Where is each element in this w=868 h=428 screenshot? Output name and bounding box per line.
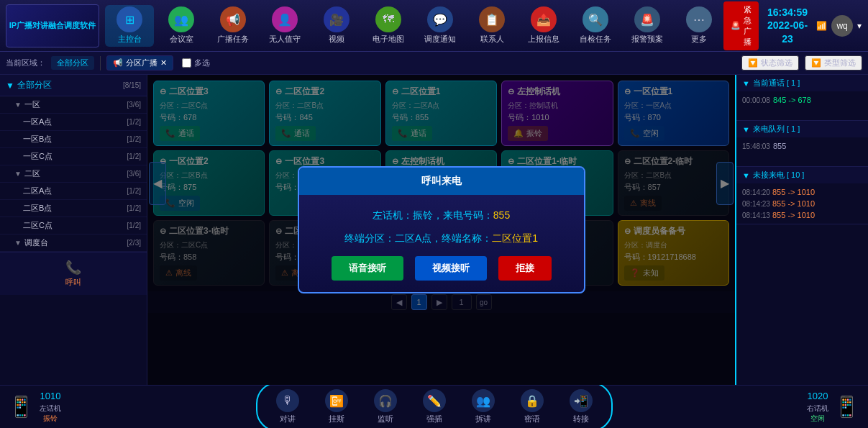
- nav-item-电子地图[interactable]: 🗺电子地图: [364, 5, 413, 47]
- nav-item-调度通知[interactable]: 💬调度通知: [416, 5, 465, 47]
- modal-overlay: 呼叫来电 左话机：振铃，来电号码：855 终端分区：二区A点，终端名称：二区位置…: [147, 75, 735, 385]
- nav-item-主控台[interactable]: ⊞主控台: [105, 5, 154, 47]
- current-call-body: 00:00:08 845 -> 678: [736, 91, 868, 120]
- sidebar-group-header-调度台[interactable]: ▼调度台[2/3]: [0, 235, 147, 252]
- current-call-header[interactable]: ▼ 当前通话 [ 1 ]: [736, 75, 868, 91]
- left-sidebar: ▼ 全部分区 [8/15] ▼一区[3/6]一区A点[1/2]一区B点[1/2]…: [0, 75, 147, 385]
- sidebar-item-一区A点[interactable]: 一区A点[1/2]: [0, 114, 147, 131]
- action-force-insert[interactable]: ✏️ 强插: [413, 386, 456, 427]
- missed-call-1: 08:14:20 855 -> 1010: [742, 186, 862, 198]
- nav-icon-广播任务: 📢: [220, 6, 246, 32]
- sidebar-item-一区C点[interactable]: 一区C点[1/2]: [0, 148, 147, 165]
- missed-calls-section: ▼ 未接来电 [ 10 ] 08:14:20 855 -> 1010 08:14…: [736, 167, 868, 224]
- current-call-section: ▼ 当前通话 [ 1 ] 00:00:08 845 -> 678: [736, 75, 868, 121]
- transfer-icon: 📲: [570, 389, 593, 412]
- modal-body: 左话机：振铃，来电号码：855 终端分区：二区A点，终端名称：二区位置1 语音接…: [299, 195, 584, 291]
- nav-icon-无人值守: 👤: [272, 6, 298, 32]
- second-bar: 当前区域： 全部分区 📢 分区广播 ✕ 多选 🔽 状态筛选 🔽 类型筛选: [0, 52, 868, 75]
- nav-item-报警预案[interactable]: 🚨报警预案: [623, 5, 672, 47]
- left-phone-status: 📞 呼叫: [65, 260, 81, 288]
- broadcast-btn[interactable]: 📢 分区广播 ✕: [106, 55, 173, 70]
- multi-select-checkbox[interactable]: [182, 58, 191, 68]
- second-bar-right: 🔽 状态筛选 🔽 类型筛选: [741, 55, 862, 70]
- modal-line2: 终端分区：二区A点，终端名称：二区位置1: [311, 229, 572, 247]
- incoming-queue-section: ▼ 来电队列 [ 1 ] 15:48:03 855: [736, 121, 868, 167]
- signal-icon: 📶: [816, 21, 827, 31]
- sidebar-item-二区C点[interactable]: 二区C点[1/2]: [0, 217, 147, 235]
- sidebar-item-二区A点[interactable]: 二区A点[1/2]: [0, 183, 147, 200]
- right-panel: ▼ 当前通话 [ 1 ] 00:00:08 845 -> 678 ▼ 来电队列 …: [735, 75, 868, 385]
- video-answer-btn[interactable]: 视频接听: [415, 256, 487, 281]
- bottom-bar: 📱 1010 左话机 振铃 🎙 对讲 📴 挂斯 🎧 监听 ✏️ 强插 👥 拆讲: [0, 385, 868, 428]
- nav-icon-主控台: ⊞: [117, 6, 142, 32]
- nav-item-自检任务[interactable]: 🔍自检任务: [571, 5, 620, 47]
- action-monitor[interactable]: 🎧 监听: [364, 386, 407, 427]
- missed-calls-header[interactable]: ▼ 未接来电 [ 10 ]: [736, 167, 868, 183]
- action-hangup[interactable]: 📴 挂斯: [315, 386, 358, 427]
- status-filter-btn[interactable]: 🔽 状态筛选: [741, 55, 799, 70]
- modal-line1: 左话机：振铃，来电号码：855: [311, 206, 572, 224]
- app-logo: IP广播对讲融合调度软件: [6, 4, 99, 47]
- missed-calls-body: 08:14:20 855 -> 1010 08:14:23 855 -> 101…: [736, 183, 868, 224]
- area-value[interactable]: 全部分区: [51, 56, 94, 70]
- missed-call-3: 08:14:13 855 -> 1010: [742, 209, 862, 221]
- top-bar: IP广播对讲融合调度软件 ⊞主控台👥会议室📢广播任务👤无人值守🎥视频🗺电子地图💬…: [0, 0, 868, 52]
- avatar: wq: [831, 15, 853, 37]
- action-intercom[interactable]: 🎙 对讲: [266, 386, 309, 427]
- sidebar-group-调度台: ▼调度台[2/3]: [0, 235, 147, 252]
- sidebar-groups: ▼一区[3/6]一区A点[1/2]一区B点[1/2]一区C点[1/2]▼二区[3…: [0, 96, 147, 252]
- hangup-icon: 📴: [325, 389, 348, 412]
- nav-icon-调度通知: 💬: [427, 6, 453, 32]
- chevron-icon: ▾: [857, 21, 862, 31]
- nav-item-上报信息[interactable]: 📤上报信息: [519, 5, 568, 47]
- signal-area: 📶 wq ▾: [816, 15, 862, 37]
- nav-icon-电子地图: 🗺: [375, 6, 401, 32]
- sidebar-group-二区: ▼二区[3/6]二区A点[1/2]二区B点[1/2]二区C点[1/2]: [0, 165, 147, 235]
- type-filter-btn[interactable]: 🔽 类型筛选: [805, 55, 862, 70]
- nav-icon-报警预案: 🚨: [634, 6, 660, 32]
- sidebar-item-一区B点[interactable]: 一区B点[1/2]: [0, 131, 147, 148]
- monitor-icon: 🎧: [374, 389, 397, 412]
- incoming-queue-body: 15:48:03 855: [736, 137, 868, 166]
- nav-item-视频[interactable]: 🎥视频: [312, 5, 361, 47]
- sidebar-group-header-二区[interactable]: ▼二区[3/6]: [0, 165, 147, 183]
- expand-icon: ▼: [6, 81, 14, 91]
- nav-item-广播任务[interactable]: 📢广播任务: [209, 5, 257, 47]
- nav-icon-上报信息: 📤: [531, 6, 557, 32]
- nav-item-联系人[interactable]: 📋联系人: [467, 5, 516, 47]
- intercom-icon: 🎙: [276, 389, 299, 412]
- area-label: 当前区域：: [6, 58, 45, 68]
- nav-icon-更多: ⋯: [686, 6, 712, 32]
- action-transfer[interactable]: 📲 转接: [559, 386, 603, 427]
- modal-actions: 语音接听 视频接听 拒接: [311, 256, 572, 281]
- incoming-call-modal: 呼叫来电 左话机：振铃，来电号码：855 终端分区：二区A点，终端名称：二区位置…: [298, 166, 585, 293]
- missed-call-2: 08:14:23 855 -> 1010: [742, 198, 862, 209]
- nav-icon-联系人: 📋: [479, 6, 505, 32]
- incoming-queue-header[interactable]: ▼ 来电队列 [ 1 ]: [736, 121, 868, 137]
- reject-btn[interactable]: 拒接: [498, 256, 552, 281]
- nav-item-更多[interactable]: ⋯更多: [675, 5, 723, 47]
- divider: [100, 56, 101, 70]
- action-secret[interactable]: 🔒 密语: [511, 386, 554, 427]
- split-icon: 👥: [472, 389, 495, 412]
- voice-answer-btn[interactable]: 语音接听: [332, 256, 403, 281]
- nav-icon-自检任务: 🔍: [583, 6, 608, 32]
- bottom-phone-right: 1020 右话机 空闲 📱: [759, 390, 859, 423]
- sidebar-item-二区B点[interactable]: 二区B点[1/2]: [0, 200, 147, 217]
- left-phone-info: 1010 左话机 振铃: [40, 390, 61, 423]
- force-insert-icon: ✏️: [423, 389, 446, 412]
- emergency-btn[interactable]: 🚨 紧急广播: [723, 1, 759, 50]
- top-right: 🚨 紧急广播 16:34:59 2022-06-23 📶 wq ▾: [723, 1, 867, 50]
- bottom-actions: 🎙 对讲 📴 挂斯 🎧 监听 ✏️ 强插 👥 拆讲 🔒 密语 📲 转接: [256, 382, 613, 428]
- nav-item-会议室[interactable]: 👥会议室: [157, 5, 206, 47]
- nav-item-无人值守[interactable]: 👤无人值守: [260, 5, 309, 47]
- multi-select[interactable]: 多选: [182, 58, 210, 68]
- action-split[interactable]: 👥 拆讲: [462, 386, 505, 427]
- incoming-queue-entry: 15:48:03 855: [742, 140, 862, 152]
- sidebar-header[interactable]: ▼ 全部分区 [8/15]: [0, 75, 147, 96]
- current-call-entry: 00:00:08 845 -> 678: [742, 94, 862, 106]
- clock: 16:34:59 2022-06-23: [767, 6, 808, 45]
- center-grid: ◀ ⊖ 二区位置3 分区：二区C点 号码：678 📞 通话 ⊖ 二区位置2 分区…: [147, 75, 735, 385]
- right-phone-info: 1020 右话机 空闲: [807, 390, 828, 423]
- sidebar-group-header-一区[interactable]: ▼一区[3/6]: [0, 96, 147, 114]
